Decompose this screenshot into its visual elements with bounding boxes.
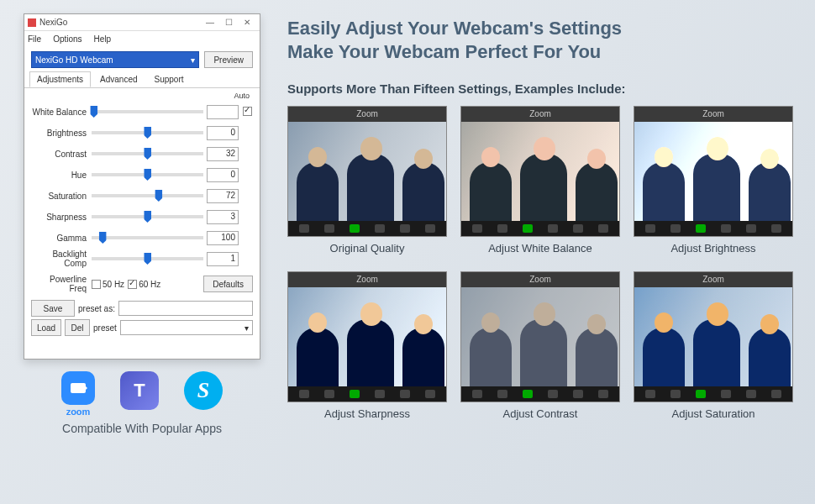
thumbnail-toolbar: [288, 221, 446, 236]
thumbnail-toolbar: [461, 221, 619, 236]
settings-panel: Auto White BalanceBrightness0Contrast32H…: [24, 88, 260, 271]
example-card: ZoomAdjust White Balance: [460, 106, 620, 255]
preset-name-input[interactable]: [118, 301, 253, 316]
preset-as-label: preset as:: [78, 304, 115, 313]
slider-label: Brightness: [31, 129, 92, 138]
slider-track[interactable]: [92, 194, 203, 197]
marketing-panel: Easily Adjust Your Webcam's Settings Mak…: [287, 17, 800, 420]
slider-value[interactable]: 3: [207, 210, 239, 224]
app-logo-icon: [28, 18, 36, 27]
example-thumbnail: Zoom: [287, 106, 447, 237]
example-card: ZoomAdjust Brightness: [634, 106, 793, 255]
compat-caption: Compatible With Popular Apps: [24, 422, 260, 435]
slider-row: Backlight Comp1: [31, 249, 253, 269]
subheadline: Supports More Than Fifteen Settings, Exa…: [287, 81, 800, 96]
example-caption: Adjust Sharpness: [287, 407, 447, 420]
settings-window: NexiGo — ☐ ✕ File Options Help NexiGo HD…: [24, 13, 260, 360]
compat-section: zoom T S Compatible With Popular Apps: [24, 371, 260, 435]
preset-select[interactable]: ▾: [120, 320, 253, 335]
examples-grid: ZoomOriginal QualityZoomAdjust White Bal…: [287, 106, 800, 420]
skype-app-icon: S: [184, 371, 223, 410]
maximize-button[interactable]: ☐: [219, 18, 238, 27]
preset-label: preset: [93, 323, 117, 333]
slider-row: Saturation72: [31, 186, 253, 206]
tab-support[interactable]: Support: [147, 71, 192, 87]
slider-thumb[interactable]: [144, 211, 151, 223]
menubar: File Options Help: [24, 31, 260, 46]
slider-track[interactable]: [92, 236, 203, 239]
menu-options[interactable]: Options: [53, 34, 82, 44]
preview-button[interactable]: Preview: [204, 51, 253, 68]
slider-row: White Balance: [31, 102, 253, 122]
thumbnail-image: [288, 287, 446, 386]
slider-thumb[interactable]: [144, 127, 151, 139]
slider-label: Sharpness: [31, 213, 92, 222]
thumbnail-app-title: Zoom: [634, 272, 792, 287]
example-card: ZoomAdjust Sharpness: [287, 271, 447, 420]
slider-value[interactable]: 1: [207, 252, 239, 266]
slider-row: Sharpness3: [31, 207, 253, 227]
slider-label: Gamma: [31, 234, 92, 243]
powerline-row: Powerline Freq 50 Hz 60 Hz Defaults: [24, 271, 260, 297]
menu-help[interactable]: Help: [94, 34, 112, 44]
window-title: NexiGo: [39, 18, 201, 27]
example-caption: Adjust Contrast: [460, 407, 620, 420]
tab-advanced[interactable]: Advanced: [92, 71, 145, 87]
example-caption: Original Quality: [287, 242, 447, 255]
example-card: ZoomAdjust Contrast: [460, 271, 620, 420]
close-button[interactable]: ✕: [238, 18, 256, 27]
tab-adjustments[interactable]: Adjustments: [29, 71, 91, 87]
zoom-app-icon: zoom: [61, 371, 95, 417]
load-button[interactable]: Load: [31, 319, 61, 336]
slider-thumb[interactable]: [144, 169, 151, 181]
slider-row: Hue0: [31, 165, 253, 185]
delete-button[interactable]: Del: [65, 319, 90, 336]
powerline-60hz-checkbox[interactable]: [128, 280, 137, 289]
slider-value[interactable]: 100: [207, 231, 239, 245]
example-thumbnail: Zoom: [634, 106, 793, 237]
slider-thumb[interactable]: [144, 253, 151, 265]
slider-thumb[interactable]: [99, 232, 107, 244]
thumbnail-image: [461, 122, 619, 221]
powerline-label: Powerline Freq: [31, 275, 92, 293]
chevron-down-icon: ▾: [244, 323, 249, 333]
slider-value[interactable]: 0: [207, 126, 239, 140]
example-card: ZoomAdjust Saturation: [634, 271, 793, 420]
slider-track[interactable]: [92, 257, 203, 260]
auto-column-header: Auto: [31, 92, 253, 100]
device-select[interactable]: NexiGo HD Webcam ▾: [31, 51, 199, 68]
slider-value[interactable]: 32: [207, 147, 239, 161]
example-caption: Adjust Saturation: [634, 407, 793, 420]
menu-file[interactable]: File: [28, 34, 41, 44]
slider-track[interactable]: [92, 110, 203, 113]
headline: Easily Adjust Your Webcam's Settings Mak…: [287, 17, 800, 63]
powerline-50hz-checkbox[interactable]: [92, 280, 101, 289]
example-thumbnail: Zoom: [460, 106, 620, 237]
thumbnail-toolbar: [288, 386, 446, 402]
slider-track[interactable]: [92, 131, 203, 134]
slider-track[interactable]: [92, 152, 203, 155]
slider-value[interactable]: 72: [207, 189, 239, 203]
slider-row: Contrast32: [31, 144, 253, 164]
slider-thumb[interactable]: [144, 148, 151, 160]
minimize-button[interactable]: —: [201, 18, 219, 27]
powerline-60hz-label: 60 Hz: [139, 280, 160, 289]
slider-row: Brightness0: [31, 123, 253, 143]
thumbnail-toolbar: [634, 221, 792, 236]
save-button[interactable]: Save: [31, 300, 75, 317]
slider-value[interactable]: [207, 105, 239, 119]
thumbnail-image: [288, 122, 446, 221]
chevron-down-icon: ▾: [191, 55, 195, 65]
slider-track[interactable]: [92, 173, 203, 176]
slider-thumb[interactable]: [155, 190, 162, 202]
thumbnail-app-title: Zoom: [288, 107, 446, 122]
example-caption: Adjust White Balance: [460, 242, 620, 255]
example-caption: Adjust Brightness: [634, 242, 793, 255]
defaults-button[interactable]: Defaults: [203, 276, 253, 292]
example-thumbnail: Zoom: [634, 271, 793, 402]
slider-track[interactable]: [92, 215, 203, 218]
thumbnail-app-title: Zoom: [288, 272, 446, 287]
thumbnail-toolbar: [461, 386, 619, 402]
slider-value[interactable]: 0: [207, 168, 239, 182]
auto-checkbox[interactable]: [243, 107, 252, 116]
